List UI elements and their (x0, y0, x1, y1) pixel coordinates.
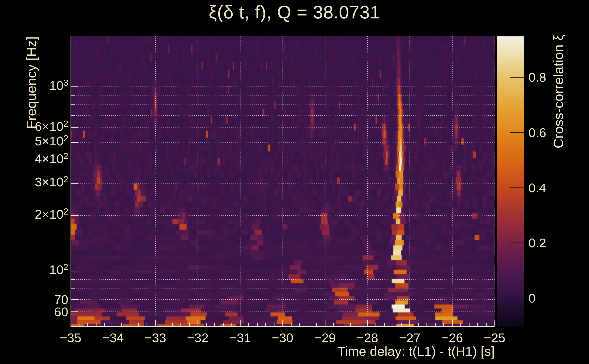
colorbar-tick (510, 188, 525, 188)
y-tick-label: 102 (0, 263, 68, 276)
colorbar-tick-label: 0.2 (529, 237, 546, 249)
colorbar-tick (510, 132, 525, 133)
colorbar-tick-label: 0.8 (529, 71, 546, 84)
y-tick-label: 60 (0, 306, 68, 318)
colorbar-tick-label: 0.6 (529, 126, 546, 139)
colorbar-tick (510, 298, 525, 299)
colorbar-tick-label: 0.4 (529, 182, 546, 194)
y-tick-label: 6×102 (0, 119, 68, 133)
y-tick-label: 70 (0, 293, 68, 306)
chart-title: ξ(δ t, f), Q = 38.0731 (0, 2, 589, 23)
x-tick-label: −25 (470, 332, 520, 344)
y-tick-label: 2×102 (0, 207, 68, 221)
spectrogram-heatmap (71, 36, 495, 327)
y-tick-label: 4×102 (0, 152, 68, 165)
figure: ξ(δ t, f), Q = 38.0731 Frequency [Hz] 10… (0, 0, 589, 364)
y-tick-label: 103 (0, 78, 68, 92)
colorbar-tick-label: 0 (529, 292, 536, 305)
colorbar-tick (510, 77, 525, 78)
colorbar-gradient (497, 36, 524, 327)
x-axis-title: Time delay: t(L1) - t(H1) [s] (0, 345, 495, 358)
y-tick-label: 3×102 (0, 175, 68, 188)
colorbar-title: Cross-correlation ξ (552, 35, 565, 148)
colorbar-tick (510, 242, 525, 243)
y-tick-label: 5×102 (0, 134, 68, 147)
